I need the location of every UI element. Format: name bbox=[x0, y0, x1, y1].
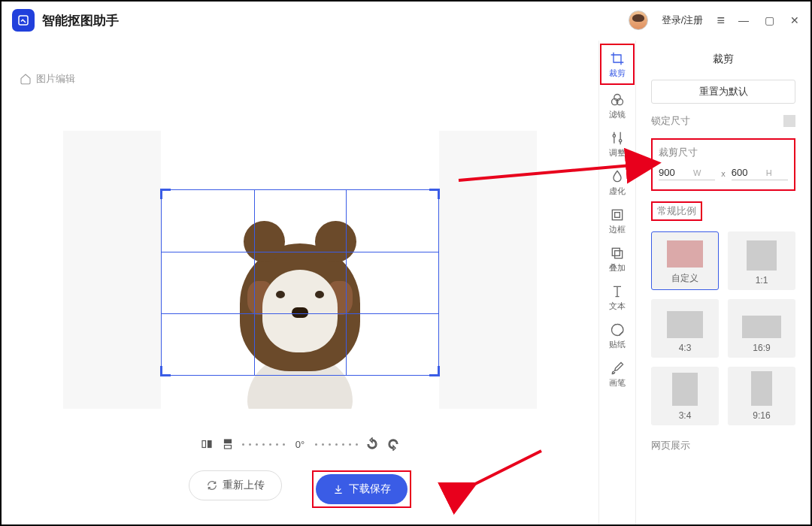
svg-line-15 bbox=[451, 451, 541, 496]
tool-border[interactable]: 边框 bbox=[601, 201, 633, 240]
svg-rect-4 bbox=[224, 446, 231, 449]
breadcrumb-label: 图片编辑 bbox=[36, 72, 75, 86]
tool-rail: 裁剪 滤镜 调整 虚化 边框 叠加 文本 贴纸 bbox=[598, 41, 636, 524]
crop-size-label: 裁剪尺寸 bbox=[659, 146, 788, 159]
crop-icon bbox=[610, 51, 625, 66]
svg-rect-10 bbox=[612, 210, 622, 219]
svg-rect-2 bbox=[208, 441, 211, 448]
refresh-icon bbox=[206, 479, 218, 491]
panel-title: 裁剪 bbox=[651, 53, 795, 66]
svg-rect-13 bbox=[615, 251, 623, 258]
rotate-ccw-icon[interactable] bbox=[365, 437, 379, 451]
lock-size-checkbox[interactable] bbox=[783, 115, 795, 127]
crop-handle-tl[interactable] bbox=[160, 189, 171, 199]
rotate-cw-icon[interactable] bbox=[386, 437, 400, 451]
hamburger-icon[interactable]: ≡ bbox=[717, 13, 725, 29]
width-input[interactable] bbox=[659, 167, 689, 178]
login-link[interactable]: 登录/注册 bbox=[662, 14, 704, 27]
crop-handle-tr[interactable] bbox=[429, 189, 440, 199]
svg-rect-12 bbox=[612, 248, 620, 255]
crop-panel: 裁剪 重置为默认 锁定尺寸 裁剪尺寸 W x H 常规比例 bbox=[636, 41, 810, 524]
breadcrumb[interactable]: 图片编辑 bbox=[3, 59, 92, 86]
reupload-button[interactable]: 重新上传 bbox=[189, 470, 282, 500]
web-display-label: 网页展示 bbox=[651, 439, 795, 452]
reset-button[interactable]: 重置为默认 bbox=[651, 80, 795, 104]
rotation-angle: 0° bbox=[295, 439, 304, 450]
svg-rect-1 bbox=[202, 441, 206, 448]
border-icon bbox=[610, 207, 625, 222]
overlay-icon bbox=[610, 246, 625, 261]
svg-line-14 bbox=[459, 165, 632, 180]
ratio-custom[interactable]: 自定义 bbox=[651, 231, 719, 290]
crop-handle-bl[interactable] bbox=[160, 366, 171, 376]
titlebar: 智能抠图助手 登录/注册 ≡ — ▢ ✕ bbox=[0, 0, 812, 41]
ratio-3-4[interactable]: 3:4 bbox=[651, 367, 719, 425]
crop-handle-br[interactable] bbox=[429, 366, 440, 376]
app-logo bbox=[12, 9, 35, 32]
maximize-button[interactable]: ▢ bbox=[764, 14, 774, 26]
tool-sticker[interactable]: 贴纸 bbox=[601, 316, 633, 355]
svg-rect-3 bbox=[224, 440, 231, 443]
tool-filter[interactable]: 滤镜 bbox=[601, 86, 633, 125]
minimize-button[interactable]: — bbox=[738, 14, 749, 26]
ratio-9-16[interactable]: 9:16 bbox=[728, 367, 795, 425]
ratio-1-1[interactable]: 1:1 bbox=[728, 231, 795, 290]
ratio-4-3[interactable]: 4:3 bbox=[651, 299, 719, 358]
tool-brush[interactable]: 画笔 bbox=[601, 355, 633, 393]
ratio-section-label: 常规比例 bbox=[657, 204, 696, 218]
rotate-bar: 0° bbox=[200, 437, 400, 451]
annotation-arrow bbox=[436, 443, 549, 503]
crop-size-block: 裁剪尺寸 W x H bbox=[651, 138, 795, 191]
download-button[interactable]: 下载保存 bbox=[316, 474, 408, 504]
flip-vertical-icon[interactable] bbox=[221, 437, 235, 451]
crop-overlay[interactable] bbox=[161, 189, 439, 376]
tool-text[interactable]: 文本 bbox=[601, 278, 633, 316]
brush-icon bbox=[610, 361, 625, 376]
flip-horizontal-icon[interactable] bbox=[200, 437, 214, 451]
download-icon bbox=[332, 483, 344, 495]
svg-rect-11 bbox=[615, 213, 620, 218]
tool-crop[interactable]: 裁剪 bbox=[601, 45, 633, 83]
lock-size-label: 锁定尺寸 bbox=[651, 114, 690, 128]
app-title: 智能抠图助手 bbox=[42, 12, 119, 29]
text-icon bbox=[610, 284, 625, 299]
avatar[interactable] bbox=[629, 11, 648, 30]
filter-icon bbox=[610, 92, 625, 107]
sticker-icon bbox=[610, 322, 625, 337]
tool-overlay[interactable]: 叠加 bbox=[601, 240, 633, 278]
close-button[interactable]: ✕ bbox=[789, 14, 800, 26]
ratio-16-9[interactable]: 16:9 bbox=[728, 299, 795, 358]
annotation-arrow bbox=[451, 120, 647, 188]
height-input[interactable] bbox=[732, 167, 762, 178]
home-icon bbox=[20, 73, 32, 85]
